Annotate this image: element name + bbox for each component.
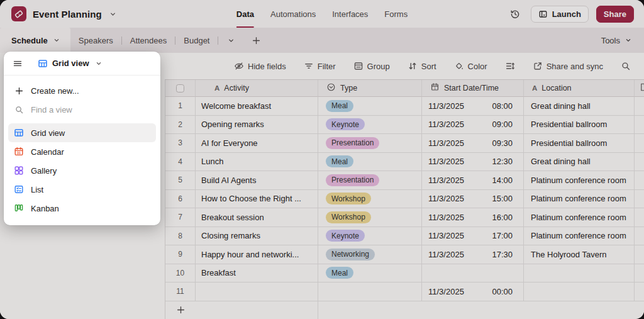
view-switcher-panel: Grid view Create new... Find a view Gri bbox=[4, 52, 160, 225]
create-new-view-button[interactable]: Create new... bbox=[8, 81, 156, 100]
view-item-grid-view[interactable]: Grid view bbox=[8, 123, 156, 142]
airtable-window: Event Planning DataAutomationsInterfaces… bbox=[0, 0, 644, 319]
plus-icon bbox=[14, 86, 24, 96]
gallery-view-icon bbox=[14, 165, 24, 176]
view-item-list[interactable]: List bbox=[8, 180, 156, 199]
current-view-label: Grid view bbox=[52, 59, 89, 68]
create-new-view-label: Create new... bbox=[31, 86, 79, 96]
sidebar-toggle-icon[interactable] bbox=[13, 59, 23, 69]
view-item-kanban[interactable]: Kanban bbox=[8, 199, 156, 218]
menu-spacer bbox=[8, 119, 156, 123]
view-item-gallery[interactable]: Gallery bbox=[8, 161, 156, 180]
calendar-view-icon: 31 bbox=[14, 147, 24, 157]
view-list: Grid view31CalendarGalleryListKanban bbox=[8, 123, 156, 218]
current-view-button[interactable]: Grid view bbox=[38, 59, 104, 69]
list-view-icon bbox=[14, 184, 24, 194]
svg-text:31: 31 bbox=[17, 151, 21, 155]
grid-view-icon bbox=[14, 128, 24, 138]
view-item-calendar[interactable]: 31Calendar bbox=[8, 142, 156, 161]
chevron-down-icon bbox=[94, 59, 104, 69]
find-view-placeholder: Find a view bbox=[31, 105, 72, 115]
find-view-input[interactable]: Find a view bbox=[8, 100, 156, 119]
search-icon bbox=[14, 104, 24, 115]
view-menu: Create new... Find a view Grid view31Cal… bbox=[4, 76, 160, 225]
view-panel-header: Grid view bbox=[4, 52, 160, 76]
grid-view-icon bbox=[38, 59, 48, 69]
kanban-view-icon bbox=[14, 203, 24, 213]
